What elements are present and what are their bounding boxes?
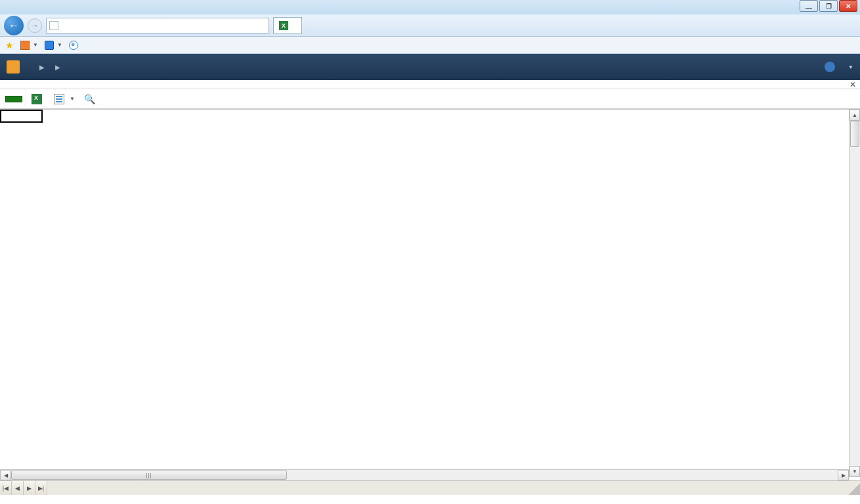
find-button[interactable]: 🔍 [84, 94, 98, 104]
sheet-first-button[interactable]: |◀ [0, 481, 12, 495]
excel-icon: X [279, 21, 288, 30]
open-in-excel-button[interactable] [32, 94, 45, 104]
data-menu-button[interactable]: ▼ [54, 94, 75, 104]
suggested-icon [20, 41, 30, 50]
sheet-prev-button[interactable]: ◀ [12, 481, 24, 495]
forward-button[interactable]: → [28, 18, 42, 33]
window-maximize-button[interactable] [819, 0, 838, 12]
suggested-sites-link[interactable]: ▼ [20, 40, 38, 49]
tag-this-link[interactable] [69, 40, 80, 49]
back-button[interactable]: ← [4, 16, 24, 35]
webpart-close-row: ✕ [0, 80, 860, 89]
vertical-scrollbar[interactable]: ▲ ▼ [849, 110, 860, 477]
excel-app-icon [32, 94, 42, 104]
web-slice-link[interactable]: ▼ [45, 40, 62, 49]
data-icon [54, 94, 64, 104]
webpart-close-button[interactable]: ✕ [849, 80, 856, 89]
chevron-right-icon: ▶ [39, 64, 45, 71]
scroll-down-button[interactable]: ▼ [849, 466, 860, 477]
chevron-right-icon: ▶ [55, 64, 60, 71]
browser-navbar: ← → X [0, 14, 860, 37]
cell-selection-indicator [0, 110, 43, 123]
window-minimize-button[interactable] [800, 0, 818, 12]
scroll-left-button[interactable]: ◀ [0, 470, 11, 480]
excel-toolbar: ▼ 🔍 [0, 89, 860, 109]
window-titlebar [0, 0, 860, 14]
sheet-next-button[interactable]: ▶ [24, 481, 35, 495]
scroll-right-button[interactable]: ▶ [838, 470, 849, 480]
sharepoint-logo[interactable] [7, 60, 25, 74]
address-bar[interactable] [46, 18, 269, 33]
browser-tab[interactable]: X [273, 17, 302, 34]
resize-grip-icon[interactable] [849, 484, 860, 495]
page-icon [49, 21, 58, 30]
find-icon: 🔍 [84, 94, 95, 104]
file-menu-button[interactable] [5, 96, 22, 102]
window-close-button[interactable] [839, 0, 857, 12]
sheet-nav-buttons: |◀ ◀ ▶ ▶| [0, 481, 47, 495]
webslice-icon [45, 41, 54, 50]
user-dropdown-icon[interactable]: ▼ [848, 64, 853, 70]
add-favorite-icon[interactable]: ★ [5, 40, 14, 51]
favorites-bar: ★ ▼ ▼ [0, 37, 860, 54]
hscroll-thumb[interactable] [11, 471, 287, 480]
sheet-tabs-bar: |◀ ◀ ▶ ▶| [0, 480, 860, 495]
sheet-last-button[interactable]: ▶| [35, 481, 47, 495]
scroll-up-button[interactable]: ▲ [849, 110, 860, 121]
breadcrumb: ▶ ▶ [34, 64, 66, 71]
help-button[interactable] [825, 62, 835, 72]
horizontal-scrollbar[interactable]: ◀ ▶ [0, 469, 849, 480]
ie-icon [69, 41, 78, 50]
spreadsheet-area: ▲ ▼ ◀ ▶ |◀ ◀ ▶ ▶| [0, 109, 860, 495]
vscroll-thumb[interactable] [850, 121, 859, 147]
sharepoint-header: ▶ ▶ ▼ [0, 54, 860, 80]
sp-logo-icon [7, 60, 20, 74]
